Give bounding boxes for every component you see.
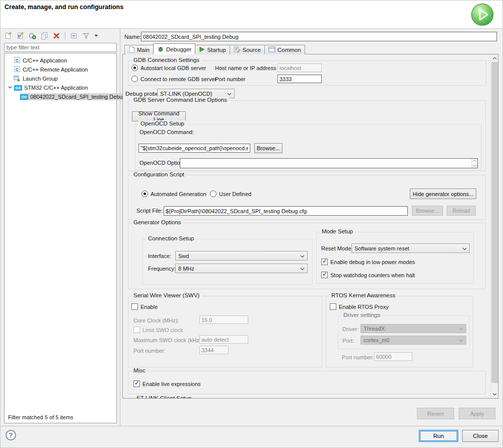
- c-application-icon: C: [14, 66, 21, 74]
- script-file-input[interactable]: [164, 206, 408, 216]
- rtos-port-number-input[interactable]: [374, 352, 412, 361]
- run-configurations-icon: [470, 2, 495, 27]
- checkbox-stop-watchdog[interactable]: Stop watchdog counters when halt: [321, 272, 415, 278]
- button-label: Browse...: [257, 145, 280, 151]
- run-button[interactable]: Run: [419, 430, 458, 442]
- checkbox-box: [330, 303, 336, 310]
- scroll-spinner-icon[interactable]: [471, 159, 477, 168]
- checkbox-label: Enable RTOS Proxy: [339, 304, 389, 310]
- core-clock-label: Core Clock (MHz):: [133, 317, 179, 324]
- tab-source[interactable]: Source: [230, 45, 265, 54]
- checkbox-box: [133, 327, 140, 333]
- export-launch-configuration-icon[interactable]: [28, 31, 37, 40]
- tree-item-stm32-application[interactable]: IDE STM32 C/C++ Application: [5, 83, 116, 92]
- radio-user-defined[interactable]: [210, 190, 217, 197]
- openocd-command-input[interactable]: [138, 144, 250, 153]
- reset-mode-label: Reset Mode:: [321, 245, 352, 251]
- radio-connect-remote-gdb[interactable]: [131, 76, 138, 82]
- tree-item-launch-group[interactable]: Launch Group: [5, 74, 116, 83]
- script-reload-button[interactable]: Reload: [447, 206, 476, 216]
- debug-configurations-dialog: Create, manage, and run configurations P: [0, 0, 503, 448]
- button-label: Revert: [427, 411, 444, 417]
- button-label: Apply: [470, 411, 484, 417]
- rtos-port-select[interactable]: cortex_m0: [361, 336, 466, 345]
- hide-generator-options-button[interactable]: Hide generator options...: [410, 188, 476, 199]
- group-misc: Misc Enable live expressions: [128, 371, 486, 394]
- group-title: Configuration Script: [131, 171, 186, 177]
- delete-icon[interactable]: [52, 31, 61, 40]
- help-button[interactable]: ?: [6, 430, 16, 440]
- tree-item-c-remote-application[interactable]: C C/C++ Remote Application: [5, 65, 116, 74]
- collapse-all-icon[interactable]: [69, 31, 79, 40]
- new-launch-configuration-icon[interactable]: [4, 31, 13, 40]
- filter-input[interactable]: [4, 43, 117, 52]
- apply-button[interactable]: Apply: [459, 408, 495, 419]
- button-label: Browse...: [416, 208, 439, 214]
- group-title: Misc: [131, 367, 148, 373]
- configurations-tree-panel: C C/C++ Application C C/C++ Remote Appli…: [4, 53, 117, 423]
- core-clock-input[interactable]: [199, 315, 248, 324]
- tab-startup[interactable]: Startup: [195, 45, 230, 54]
- show-command-line-button[interactable]: Show Command Line: [132, 111, 186, 121]
- tab-label: Source: [243, 47, 261, 53]
- radio-connect-label: Connect to remote GDB server: [140, 76, 217, 82]
- checkbox-box: [321, 259, 328, 265]
- vertical-scrollbar[interactable]: [490, 54, 498, 398]
- interface-select[interactable]: Swd: [175, 251, 308, 261]
- button-label: Close: [473, 433, 487, 439]
- tree-item-label: C/C++ Remote Application: [23, 67, 88, 73]
- checkbox-live-expressions[interactable]: Enable live expressions: [133, 380, 201, 387]
- tab-label: Main: [137, 47, 150, 53]
- expand-chevron-icon[interactable]: [8, 85, 13, 91]
- tab-common[interactable]: Common: [264, 45, 305, 54]
- frequency-value: 8 MHz: [178, 266, 194, 272]
- radio-automated-generation[interactable]: [141, 190, 148, 197]
- openocd-options-input[interactable]: [180, 159, 471, 168]
- checkbox-label: Enable debug in low power modes: [330, 259, 415, 265]
- radio-automated-label: Automated Generation: [151, 191, 206, 197]
- swv-port-number-input[interactable]: [199, 346, 229, 354]
- chevron-down-icon: [300, 253, 305, 259]
- reset-mode-select[interactable]: Software system reset: [351, 243, 470, 253]
- checkbox-limit-swo[interactable]: Limit SWO clock: [133, 327, 183, 333]
- scroll-down-icon[interactable]: [491, 391, 498, 398]
- svg-text:C: C: [16, 58, 19, 63]
- scrollbar-thumb[interactable]: [491, 62, 498, 383]
- footer-divider: [1, 426, 502, 426]
- checkbox-low-power[interactable]: Enable debug in low power modes: [321, 259, 415, 265]
- scroll-up-icon[interactable]: [491, 54, 498, 62]
- host-input[interactable]: [277, 63, 322, 72]
- tab-bar: Main Debugger Startup Source Common: [125, 43, 305, 54]
- duplicate-icon[interactable]: [40, 31, 49, 40]
- group-openocd-setup: OpenOCD Setup OpenOCD Command: Browse...…: [135, 124, 481, 170]
- radio-autostart-gdb[interactable]: [131, 65, 138, 71]
- checkbox-swv-enable[interactable]: Enable: [131, 303, 158, 310]
- filter-icon[interactable]: [82, 31, 91, 40]
- checkbox-rtos-proxy[interactable]: Enable RTOS Proxy: [330, 303, 389, 310]
- frequency-select[interactable]: 8 MHz: [175, 264, 308, 273]
- max-swo-clock-label: Maximum SWO clock (kHz):: [133, 337, 203, 343]
- toolbar-menu-caret-icon[interactable]: [94, 31, 99, 40]
- max-swo-clock-input[interactable]: [199, 335, 248, 344]
- button-label: Hide generator options...: [413, 191, 473, 197]
- port-number-input[interactable]: [277, 75, 322, 83]
- driver-select[interactable]: ThreadX: [361, 324, 466, 333]
- tree-item-debug-configuration[interactable]: IDE 08042022_SDcard_SPI_testing Debug: [5, 92, 116, 101]
- script-browse-button[interactable]: Browse...: [412, 206, 443, 216]
- tab-main[interactable]: Main: [124, 45, 154, 54]
- c-application-icon: C: [14, 56, 21, 65]
- source-icon: [234, 46, 241, 54]
- name-input[interactable]: [141, 32, 497, 41]
- tree-item-c-application[interactable]: C C/C++ Application: [5, 56, 116, 65]
- tab-debugger[interactable]: Debugger: [153, 43, 196, 54]
- group-rtos-kernel-awareness: RTOS Kernel Awareness Enable RTOS Proxy …: [326, 296, 473, 367]
- page-title: Create, manage, and run configurations: [5, 4, 123, 11]
- host-label: Host name or IP address: [215, 65, 276, 71]
- frequency-label: Frequency:: [148, 266, 176, 272]
- revert-button[interactable]: Revert: [417, 408, 454, 419]
- close-button[interactable]: Close: [462, 430, 498, 442]
- filter-status: Filter matched 5 of 5 items: [8, 414, 74, 420]
- tree-item-label: Launch Group: [23, 76, 58, 82]
- new-prototype-icon[interactable]: P: [16, 31, 25, 40]
- openocd-browse-button[interactable]: Browse...: [254, 143, 282, 153]
